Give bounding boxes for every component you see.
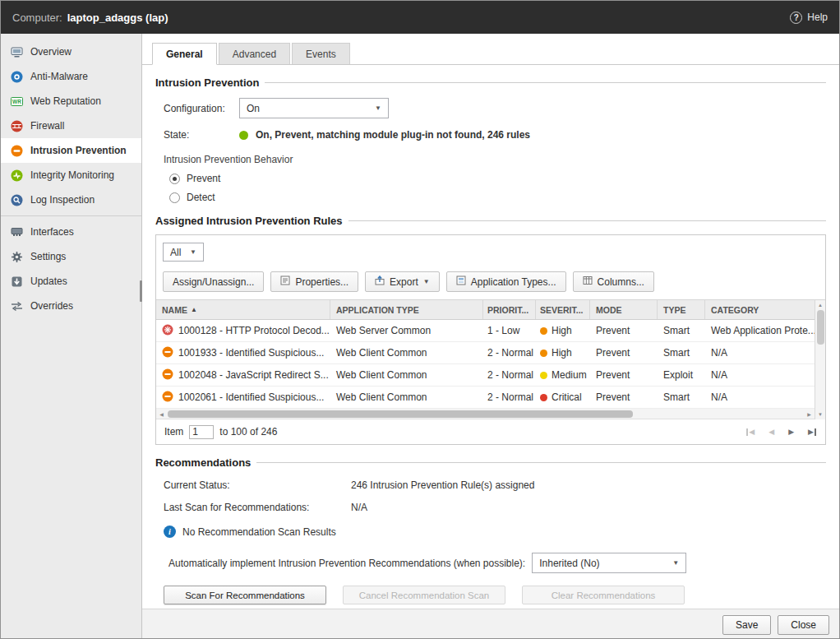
sidebar-item-updates[interactable]: Updates [1,269,141,294]
sidebar-item-interfaces[interactable]: Interfaces [1,220,141,244]
rule-name: 1002048 - JavaScript Redirect S... [178,369,329,381]
overview-icon [10,45,23,58]
computer-editor-window: Computer: laptop_adaggs (lap) ? Help Ove… [0,0,840,639]
state-label: State: [164,129,239,141]
tab-events[interactable]: Events [292,43,350,64]
behavior-label: Intrusion Prevention Behavior [164,154,826,165]
table-row[interactable]: 1002061 - Identified Suspicious... Web C… [156,387,815,409]
sidebar-item-label: Firewall [30,120,64,132]
rule-type: Exploit [658,369,705,381]
rule-application-type: Web Client Common [330,369,483,381]
help-button[interactable]: ? Help [790,12,828,24]
rule-severity: High [552,325,572,336]
chevron-down-icon: ▼ [367,104,381,112]
vertical-scrollbar[interactable]: ▲ ▼ [815,300,825,419]
sidebar-item-label: Settings [30,251,66,262]
help-label: Help [807,12,828,23]
anti-malware-icon [10,70,23,83]
rule-name: 1001933 - Identified Suspicious... [178,347,324,359]
radio-prevent-label: Prevent [187,173,220,184]
horizontal-scrollbar[interactable]: ◀ ▶ [156,409,815,419]
rules-pager: Item to 100 of 246 ◀ ◀ ▶ ▶ [156,419,825,444]
application-types-icon [456,276,466,288]
horizontal-scrollbar-thumb[interactable] [168,410,633,418]
application-types-button[interactable]: Application Types... [446,271,566,292]
rules-filter-select[interactable]: All ▼ [163,243,204,262]
auto-implement-select[interactable]: Inherited (No) ▼ [532,553,686,573]
scroll-up-icon[interactable]: ▲ [818,302,823,308]
button-label: Application Types... [471,276,556,288]
close-button[interactable]: Close [778,615,829,635]
sidebar-item-overrides[interactable]: Overrides [1,294,141,318]
state-text: On, Prevent, matching module plug-in not… [256,129,530,141]
table-row[interactable]: 1002048 - JavaScript Redirect S... Web C… [156,364,815,387]
export-button[interactable]: Export ▼ [365,271,440,292]
sidebar-item-firewall[interactable]: Firewall [1,113,141,138]
rule-application-type: Web Client Common [330,347,483,359]
next-page-button[interactable]: ▶ [788,428,794,436]
vertical-scrollbar-thumb[interactable] [817,310,824,345]
column-header-type[interactable]: TYPE [658,300,705,319]
assign-unassign-button[interactable]: Assign/Unassign... [163,271,264,292]
scan-for-recommendations-button[interactable]: Scan For Recommendations [164,586,326,604]
integrity-monitoring-icon [10,169,23,182]
tab-advanced[interactable]: Advanced [219,43,290,64]
intrusion-prevention-heading: Intrusion Prevention [155,76,826,89]
rule-mode: Prevent [590,347,658,359]
rule-mode: Prevent [590,369,658,381]
pager-item-label: Item [164,426,183,438]
rule-mode: Prevent [590,391,658,403]
table-row[interactable]: 1000128 - HTTP Protocol Decod... Web Ser… [156,320,815,342]
column-header-priority[interactable]: PRIORIT... [483,300,536,319]
tab-bar: General Advanced Events [142,34,839,65]
column-header-application-type[interactable]: APPLICATION TYPE [330,300,483,319]
properties-button[interactable]: Properties... [270,271,358,292]
column-header-severity[interactable]: SEVERIT... [536,300,590,319]
assigned-rules-heading: Assigned Intrusion Prevention Rules [155,215,826,227]
chevron-down-icon: ▼ [664,559,679,567]
column-header-name[interactable]: NAME▲ [156,300,330,319]
updates-icon [10,275,23,288]
column-header-mode[interactable]: MODE [590,300,658,319]
sidebar-item-log-inspection[interactable]: Log Inspection [1,188,141,212]
ips-rule-icon [162,391,173,405]
tab-general[interactable]: General [152,43,217,65]
sidebar-item-web-reputation[interactable]: WR Web Reputation [1,89,141,113]
last-page-button[interactable]: ▶ [808,428,817,436]
pager-item-input[interactable] [189,425,214,439]
severity-dot [540,327,547,335]
radio-selected-icon [169,174,180,184]
scroll-right-icon[interactable]: ▶ [804,411,815,417]
current-status-label: Current Status: [164,479,351,491]
sidebar-resize-handle[interactable] [140,280,142,302]
radio-prevent[interactable]: Prevent [169,173,826,184]
sidebar-item-intrusion-prevention[interactable]: Intrusion Prevention [1,138,141,163]
clear-recommendations-button: Clear Recommendations [522,586,685,604]
ips-rule-icon [162,346,173,360]
rule-category: N/A [705,347,820,359]
recommendations-heading: Recommendations [155,456,826,469]
column-header-category[interactable]: CATEGORY [705,300,820,319]
sidebar-item-anti-malware[interactable]: Anti-Malware [1,64,141,89]
footer-bar: Save Close [142,609,839,639]
sidebar-item-label: Intrusion Prevention [30,145,127,156]
sidebar-item-settings[interactable]: Settings [1,244,141,269]
rule-application-type: Web Server Common [330,325,483,336]
table-row[interactable]: 1001933 - Identified Suspicious... Web C… [156,342,815,364]
rules-toolbar: Assign/Unassign... Properties... Export … [156,269,825,299]
rules-filter-value: All [170,247,181,258]
severity-dot [540,350,547,357]
scroll-down-icon[interactable]: ▼ [818,411,823,418]
radio-detect[interactable]: Detect [169,192,826,203]
scroll-left-icon[interactable]: ◀ [156,411,167,417]
sidebar-divider [1,215,141,216]
configuration-select[interactable]: On ▼ [239,98,389,118]
severity-dot [540,394,547,401]
sidebar-item-integrity-monitoring[interactable]: Integrity Monitoring [1,163,141,188]
save-button[interactable]: Save [722,615,771,635]
rule-priority: 1 - Low [483,325,536,336]
rule-name: 1002061 - Identified Suspicious... [178,391,324,403]
columns-button[interactable]: Columns... [573,271,654,292]
sidebar-item-overview[interactable]: Overview [1,39,141,64]
properties-icon [280,276,290,288]
